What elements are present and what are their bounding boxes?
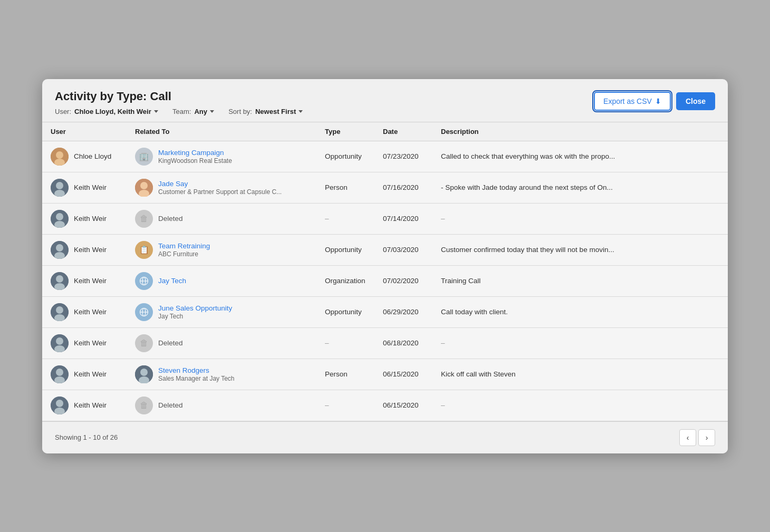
doc-icon: 📋: [139, 245, 149, 255]
download-icon: ⬇: [655, 97, 661, 105]
related-cell: Jade SayCustomer & Partner Support at Ca…: [127, 172, 316, 203]
next-page-button[interactable]: ›: [698, 429, 715, 446]
related-subtitle: Sales Manager at Jay Tech: [158, 375, 235, 382]
user-avatar: [51, 210, 69, 228]
description-cell: –: [432, 203, 728, 234]
related-link[interactable]: Jade Say: [158, 180, 282, 188]
date-cell: 07/03/2020: [374, 234, 432, 265]
sort-filter-value: Newest First: [255, 108, 296, 115]
col-header-description: Description: [432, 122, 728, 141]
export-label: Export as CSV: [603, 97, 652, 105]
team-chevron-icon: [210, 110, 214, 113]
type-cell: Opportunity: [316, 234, 374, 265]
related-cell: 📋Team RetrainingABC Furniture: [127, 234, 316, 265]
description-cell: Customer confirmed today that they will …: [432, 234, 728, 265]
table-row: Keith Weir🗑Deleted–07/14/2020–: [42, 203, 728, 234]
user-avatar: [51, 179, 69, 197]
user-name: Keith Weir: [74, 277, 107, 285]
trash-icon: 🗑: [140, 214, 148, 224]
team-filter-value: Any: [194, 108, 207, 115]
related-subtitle: ABC Furniture: [158, 250, 210, 258]
type-cell: –: [316, 390, 374, 421]
table-row: Keith Weir Jay TechOrganization07/02/202…: [42, 265, 728, 296]
description-cell: –: [432, 390, 728, 421]
prev-page-button[interactable]: ‹: [679, 429, 696, 446]
team-filter-dropdown[interactable]: Any: [194, 108, 214, 115]
globe-icon: [139, 276, 149, 286]
date-cell: 06/29/2020: [374, 296, 432, 327]
header-left: Activity by Type: Call User: Chloe Lloyd…: [55, 90, 303, 115]
user-avatar: [51, 334, 69, 352]
description-cell: –: [432, 327, 728, 359]
desc-dash: –: [441, 401, 445, 409]
type-dash: –: [325, 339, 329, 347]
description-cell: Called to check that everything was ok w…: [432, 141, 728, 172]
type-dash: –: [325, 401, 329, 409]
user-cell: Keith Weir: [42, 265, 127, 296]
user-cell: Keith Weir: [42, 172, 127, 203]
date-cell: 07/02/2020: [374, 265, 432, 296]
date-cell: 07/16/2020: [374, 172, 432, 203]
deleted-label: Deleted: [158, 401, 183, 409]
user-filter-dropdown[interactable]: Chloe Lloyd, Keith Weir: [74, 108, 158, 115]
related-cell: Jay Tech: [127, 265, 316, 296]
related-cell: 🗑Deleted: [127, 327, 316, 359]
modal-footer: Showing 1 - 10 of 26 ‹ ›: [42, 421, 728, 453]
svg-point-22: [56, 306, 63, 314]
export-csv-button[interactable]: Export as CSV ⬇: [594, 92, 671, 111]
activity-table: User Related To Type Date Description Ch…: [42, 122, 728, 421]
user-name: Keith Weir: [74, 370, 107, 378]
svg-point-1: [56, 151, 63, 159]
filter-row: User: Chloe Lloyd, Keith Weir Team: Any …: [55, 108, 303, 115]
close-button[interactable]: Close: [676, 92, 715, 110]
user-name: Keith Weir: [74, 308, 107, 316]
globe-icon: [139, 307, 149, 317]
user-avatar: [51, 272, 69, 290]
header-row: User Related To Type Date Description: [42, 122, 728, 141]
table-row: Keith Weir📋Team RetrainingABC FurnitureO…: [42, 234, 728, 265]
table-row: Keith Weir Steven RodgersSales Manager a…: [42, 359, 728, 390]
type-cell: Opportunity: [316, 296, 374, 327]
col-header-related: Related To: [127, 122, 316, 141]
user-avatar: [51, 148, 69, 166]
related-link[interactable]: June Sales Opportunity: [158, 304, 232, 312]
team-filter-label: Team:: [172, 108, 191, 115]
table-row: Keith Weir🗑Deleted–06/15/2020–: [42, 390, 728, 421]
type-cell: Opportunity: [316, 141, 374, 172]
user-cell: Keith Weir: [42, 359, 127, 390]
description-cell: Training Call: [432, 265, 728, 296]
sort-filter-dropdown[interactable]: Newest First: [255, 108, 303, 115]
user-cell: Keith Weir: [42, 390, 127, 421]
related-link[interactable]: Team Retraining: [158, 242, 210, 250]
related-link[interactable]: Marketing Campaign: [158, 149, 232, 157]
table-row: Keith Weir Jade SayCustomer & Partner Su…: [42, 172, 728, 203]
related-cell: 🗑Deleted: [127, 203, 316, 234]
related-subtitle: Jay Tech: [158, 313, 232, 320]
svg-point-16: [56, 275, 63, 283]
activity-modal: Activity by Type: Call User: Chloe Lloyd…: [42, 79, 728, 453]
building-icon: 🏢: [139, 151, 149, 161]
sort-chevron-icon: [299, 110, 303, 113]
user-name: Keith Weir: [74, 183, 107, 191]
related-icon: 🗑: [135, 210, 153, 228]
user-avatar: [51, 303, 69, 321]
col-header-type: Type: [316, 122, 374, 141]
deleted-label: Deleted: [158, 339, 183, 347]
date-cell: 07/23/2020: [374, 141, 432, 172]
description-cell: Kick off call with Steven: [432, 359, 728, 390]
related-cell: 🏢Marketing CampaignKingWoodson Real Esta…: [127, 141, 316, 172]
pagination: ‹ ›: [679, 429, 715, 446]
svg-point-7: [140, 182, 148, 189]
table-header: User Related To Type Date Description: [42, 122, 728, 141]
related-cell: 🗑Deleted: [127, 390, 316, 421]
table-row: Keith Weir June Sales OpportunityJay Tec…: [42, 296, 728, 327]
user-filter-value: Chloe Lloyd, Keith Weir: [74, 108, 151, 115]
sort-filter-label: Sort by:: [228, 108, 252, 115]
date-cell: 06/15/2020: [374, 359, 432, 390]
type-cell: Person: [316, 359, 374, 390]
user-cell: Keith Weir: [42, 327, 127, 359]
related-link[interactable]: Jay Tech: [158, 277, 186, 285]
related-link[interactable]: Steven Rodgers: [158, 366, 235, 374]
related-icon: [135, 272, 153, 290]
related-cell: June Sales OpportunityJay Tech: [127, 296, 316, 327]
